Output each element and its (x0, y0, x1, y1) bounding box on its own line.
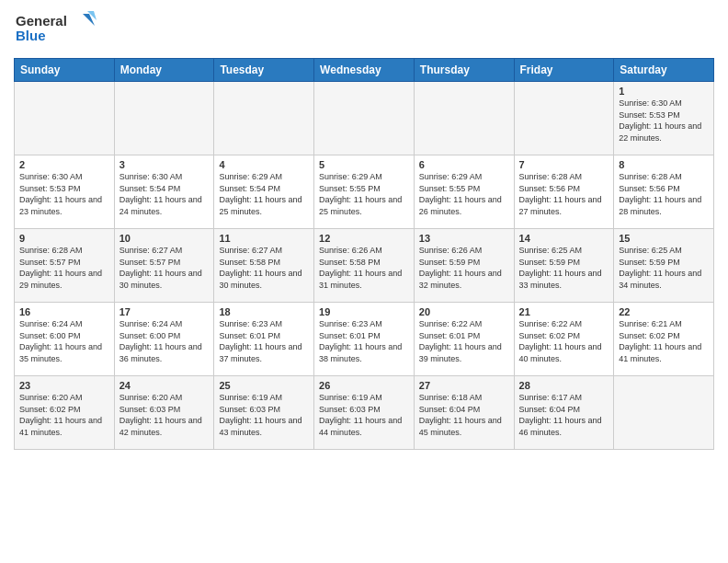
day-cell: 23Sunrise: 6:20 AM Sunset: 6:02 PM Dayli… (15, 376, 115, 450)
day-number: 21 (519, 306, 609, 317)
day-cell: 8Sunrise: 6:28 AM Sunset: 5:56 PM Daylig… (614, 155, 714, 229)
day-info: Sunrise: 6:22 AM Sunset: 6:02 PM Dayligh… (519, 318, 609, 364)
day-info: Sunrise: 6:30 AM Sunset: 5:53 PM Dayligh… (619, 98, 709, 144)
col-header-friday: Friday (514, 59, 614, 82)
day-info: Sunrise: 6:25 AM Sunset: 5:59 PM Dayligh… (619, 245, 709, 291)
day-number: 1 (619, 86, 709, 97)
day-cell (114, 82, 214, 155)
logo-svg: General Blue (14, 9, 97, 51)
svg-text:General: General (16, 13, 67, 29)
day-number: 10 (119, 233, 210, 244)
day-cell: 20Sunrise: 6:22 AM Sunset: 6:01 PM Dayli… (414, 303, 514, 376)
day-info: Sunrise: 6:24 AM Sunset: 6:00 PM Dayligh… (19, 318, 109, 364)
day-info: Sunrise: 6:27 AM Sunset: 5:57 PM Dayligh… (119, 245, 210, 291)
day-info: Sunrise: 6:28 AM Sunset: 5:57 PM Dayligh… (19, 245, 109, 291)
day-cell: 22Sunrise: 6:21 AM Sunset: 6:02 PM Dayli… (614, 303, 714, 376)
day-info: Sunrise: 6:24 AM Sunset: 6:00 PM Dayligh… (119, 318, 210, 364)
svg-text:Blue: Blue (16, 28, 46, 43)
day-info: Sunrise: 6:19 AM Sunset: 6:03 PM Dayligh… (219, 392, 309, 438)
day-info: Sunrise: 6:26 AM Sunset: 5:59 PM Dayligh… (419, 245, 509, 291)
day-cell: 4Sunrise: 6:29 AM Sunset: 5:54 PM Daylig… (214, 155, 314, 229)
day-info: Sunrise: 6:28 AM Sunset: 5:56 PM Dayligh… (619, 171, 709, 217)
day-number: 11 (219, 233, 309, 244)
col-header-monday: Monday (114, 59, 214, 82)
day-number: 24 (119, 380, 210, 391)
day-cell: 2Sunrise: 6:30 AM Sunset: 5:53 PM Daylig… (15, 155, 115, 229)
week-row-4: 16Sunrise: 6:24 AM Sunset: 6:00 PM Dayli… (15, 303, 714, 376)
week-row-1: 1Sunrise: 6:30 AM Sunset: 5:53 PM Daylig… (15, 82, 714, 155)
day-cell: 1Sunrise: 6:30 AM Sunset: 5:53 PM Daylig… (614, 82, 714, 155)
day-info: Sunrise: 6:17 AM Sunset: 6:04 PM Dayligh… (519, 392, 609, 438)
day-cell: 21Sunrise: 6:22 AM Sunset: 6:02 PM Dayli… (514, 303, 614, 376)
day-number: 19 (319, 306, 409, 317)
day-number: 25 (219, 380, 309, 391)
day-number: 23 (19, 380, 109, 391)
day-number: 2 (19, 159, 109, 170)
day-number: 20 (419, 306, 509, 317)
day-info: Sunrise: 6:22 AM Sunset: 6:01 PM Dayligh… (419, 318, 509, 364)
day-cell: 28Sunrise: 6:17 AM Sunset: 6:04 PM Dayli… (514, 376, 614, 450)
day-number: 4 (219, 159, 309, 170)
day-cell: 24Sunrise: 6:20 AM Sunset: 6:03 PM Dayli… (114, 376, 214, 450)
week-row-2: 2Sunrise: 6:30 AM Sunset: 5:53 PM Daylig… (15, 155, 714, 229)
day-info: Sunrise: 6:30 AM Sunset: 5:53 PM Dayligh… (19, 171, 109, 217)
col-header-sunday: Sunday (15, 59, 115, 82)
col-header-tuesday: Tuesday (214, 59, 314, 82)
day-info: Sunrise: 6:30 AM Sunset: 5:54 PM Dayligh… (119, 171, 210, 217)
day-cell: 11Sunrise: 6:27 AM Sunset: 5:58 PM Dayli… (214, 229, 314, 303)
day-cell: 5Sunrise: 6:29 AM Sunset: 5:55 PM Daylig… (314, 155, 415, 229)
day-cell (314, 82, 415, 155)
week-row-5: 23Sunrise: 6:20 AM Sunset: 6:02 PM Dayli… (15, 376, 714, 450)
day-info: Sunrise: 6:23 AM Sunset: 6:01 PM Dayligh… (219, 318, 309, 364)
day-info: Sunrise: 6:20 AM Sunset: 6:02 PM Dayligh… (19, 392, 109, 438)
day-cell: 14Sunrise: 6:25 AM Sunset: 5:59 PM Dayli… (514, 229, 614, 303)
calendar-table: SundayMondayTuesdayWednesdayThursdayFrid… (14, 58, 714, 450)
day-number: 22 (619, 306, 709, 317)
col-header-saturday: Saturday (614, 59, 714, 82)
day-cell: 17Sunrise: 6:24 AM Sunset: 6:00 PM Dayli… (114, 303, 214, 376)
day-number: 9 (19, 233, 109, 244)
day-number: 8 (619, 159, 709, 170)
day-number: 15 (619, 233, 709, 244)
calendar-header-row: SundayMondayTuesdayWednesdayThursdayFrid… (15, 59, 714, 82)
day-cell: 7Sunrise: 6:28 AM Sunset: 5:56 PM Daylig… (514, 155, 614, 229)
day-cell: 18Sunrise: 6:23 AM Sunset: 6:01 PM Dayli… (214, 303, 314, 376)
day-number: 7 (519, 159, 609, 170)
day-info: Sunrise: 6:25 AM Sunset: 5:59 PM Dayligh… (519, 245, 609, 291)
day-cell: 19Sunrise: 6:23 AM Sunset: 6:01 PM Dayli… (314, 303, 415, 376)
day-info: Sunrise: 6:29 AM Sunset: 5:55 PM Dayligh… (419, 171, 509, 217)
week-row-3: 9Sunrise: 6:28 AM Sunset: 5:57 PM Daylig… (15, 229, 714, 303)
day-info: Sunrise: 6:19 AM Sunset: 6:03 PM Dayligh… (319, 392, 409, 438)
day-cell: 12Sunrise: 6:26 AM Sunset: 5:58 PM Dayli… (314, 229, 415, 303)
day-info: Sunrise: 6:18 AM Sunset: 6:04 PM Dayligh… (419, 392, 509, 438)
day-cell: 3Sunrise: 6:30 AM Sunset: 5:54 PM Daylig… (114, 155, 214, 229)
day-info: Sunrise: 6:20 AM Sunset: 6:03 PM Dayligh… (119, 392, 210, 438)
day-cell (15, 82, 115, 155)
day-cell: 26Sunrise: 6:19 AM Sunset: 6:03 PM Dayli… (314, 376, 415, 450)
day-cell: 27Sunrise: 6:18 AM Sunset: 6:04 PM Dayli… (414, 376, 514, 450)
day-cell (414, 82, 514, 155)
day-info: Sunrise: 6:21 AM Sunset: 6:02 PM Dayligh… (619, 318, 709, 364)
day-number: 16 (19, 306, 109, 317)
day-cell: 15Sunrise: 6:25 AM Sunset: 5:59 PM Dayli… (614, 229, 714, 303)
day-cell (614, 376, 714, 450)
day-number: 28 (519, 380, 609, 391)
day-cell: 6Sunrise: 6:29 AM Sunset: 5:55 PM Daylig… (414, 155, 514, 229)
day-number: 13 (419, 233, 509, 244)
day-info: Sunrise: 6:26 AM Sunset: 5:58 PM Dayligh… (319, 245, 409, 291)
logo-area: General Blue (14, 9, 97, 51)
day-cell: 13Sunrise: 6:26 AM Sunset: 5:59 PM Dayli… (414, 229, 514, 303)
day-info: Sunrise: 6:23 AM Sunset: 6:01 PM Dayligh… (319, 318, 409, 364)
day-number: 6 (419, 159, 509, 170)
header: General Blue (14, 9, 714, 51)
col-header-thursday: Thursday (414, 59, 514, 82)
day-number: 3 (119, 159, 210, 170)
day-info: Sunrise: 6:29 AM Sunset: 5:55 PM Dayligh… (319, 171, 409, 217)
day-info: Sunrise: 6:29 AM Sunset: 5:54 PM Dayligh… (219, 171, 309, 217)
day-number: 5 (319, 159, 409, 170)
col-header-wednesday: Wednesday (314, 59, 415, 82)
day-number: 12 (319, 233, 409, 244)
day-cell (514, 82, 614, 155)
page: General Blue SundayMondayTuesdayWednesda… (0, 0, 728, 563)
day-number: 14 (519, 233, 609, 244)
